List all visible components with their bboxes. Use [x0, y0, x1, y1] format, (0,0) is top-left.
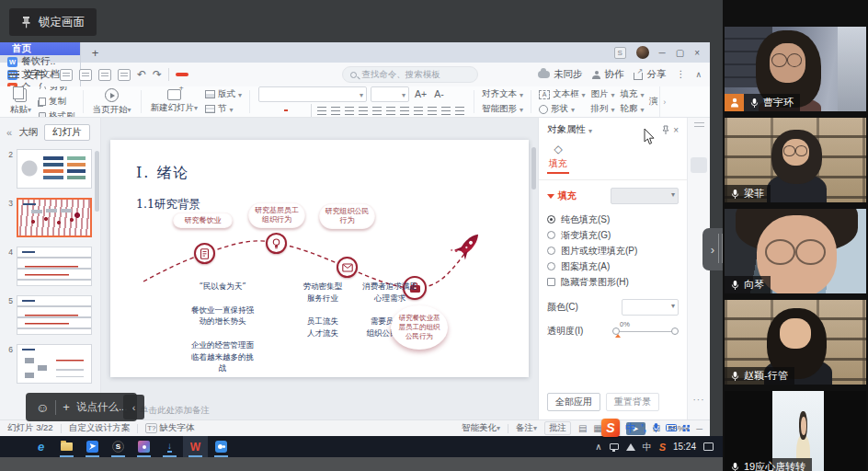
canvas-scrollbar[interactable] [531, 147, 536, 190]
align-right-icon[interactable] [426, 106, 438, 116]
docs-app-icon[interactable] [80, 436, 105, 457]
number-list-icon[interactable] [343, 106, 355, 116]
new-tab-button[interactable]: + [81, 42, 110, 63]
cut-button[interactable]: 剪切 [39, 86, 75, 93]
font-size-select[interactable] [371, 86, 409, 102]
file-menu-button[interactable]: 文件 [8, 68, 53, 82]
textbox-button[interactable]: A文本框 [539, 88, 586, 100]
notes-button[interactable]: 备注 [516, 422, 537, 434]
section-collapse-icon[interactable] [547, 194, 554, 199]
picture-button[interactable]: 图片 [591, 88, 615, 100]
slider-handle[interactable] [671, 327, 679, 335]
sogou-browser-icon[interactable]: S [106, 436, 131, 457]
notification-center-icon[interactable] [703, 442, 714, 451]
menu-item[interactable] [205, 73, 218, 76]
document-tab[interactable]: 首页 [0, 42, 81, 55]
export-icon[interactable] [79, 69, 92, 81]
pin-panel-icon[interactable] [661, 125, 670, 135]
shape-button[interactable]: 形状 [539, 103, 586, 115]
save-icon[interactable] [60, 69, 73, 81]
menu-item[interactable] [234, 73, 247, 76]
font-color-button[interactable] [284, 109, 288, 111]
grow-font-button[interactable]: A+ [413, 89, 428, 99]
chat-collapse-button[interactable]: ‹ [123, 395, 144, 419]
color-select[interactable] [622, 299, 679, 316]
divider-grip[interactable] [718, 234, 723, 263]
collapse-panel-icon[interactable]: « [6, 127, 12, 138]
clear-format-icon[interactable] [315, 106, 327, 116]
line-spacing-icon[interactable] [384, 106, 396, 116]
panel-scrollbar[interactable] [95, 151, 99, 212]
menu-item[interactable] [279, 73, 291, 76]
conclusion-bubble[interactable]: 研究餐饮业基 层员工的组织 公民行为 [391, 305, 448, 350]
transparency-slider[interactable]: 0% [612, 325, 679, 338]
smart-art-button[interactable]: 智能图形 [482, 103, 523, 115]
emoji-icon[interactable]: ☺ [36, 401, 49, 414]
italic-button[interactable] [265, 109, 268, 111]
collapse-ribbon-icon[interactable]: ∧ [695, 71, 702, 79]
赵颖-行管[interactable]: 赵颖-行管 [725, 300, 866, 385]
chevron-down-icon[interactable] [588, 124, 592, 135]
tray-monitor-icon[interactable] [610, 443, 619, 450]
menu-item[interactable] [323, 73, 336, 76]
fill-option[interactable]: 图片或纹理填充(P) [547, 243, 679, 258]
effects-icon[interactable] [691, 180, 707, 196]
copy-button[interactable]: 复制 [39, 96, 75, 108]
photos-icon[interactable] [131, 436, 156, 457]
close-panel-icon[interactable]: × [673, 125, 679, 135]
topic-pill[interactable]: 研究餐饮业 [173, 213, 233, 228]
input-lang-icon[interactable]: 中 [625, 423, 635, 433]
sync-status-button[interactable]: 未同步 [538, 68, 583, 81]
paste-button[interactable]: 粘贴 [6, 86, 36, 117]
superscript-button[interactable] [291, 109, 294, 111]
design-scheme-button[interactable]: 自定义设计方案 [69, 422, 131, 434]
start-button[interactable] [3, 436, 28, 457]
menu-item[interactable] [308, 73, 321, 76]
apply-all-button[interactable]: 全部应用 [547, 393, 600, 411]
collaborate-button[interactable]: 协作 [592, 68, 623, 81]
slide-thumbnail[interactable]: 2 [3, 149, 92, 189]
align-center-icon[interactable] [412, 106, 424, 116]
tray-chevron-icon[interactable]: ∧ [595, 442, 601, 452]
decrease-indent-icon[interactable] [357, 106, 369, 116]
smart-beautify-button[interactable]: 智能美化 [462, 422, 500, 434]
increase-indent-icon[interactable] [371, 106, 383, 116]
texture-select[interactable] [611, 188, 679, 204]
explorer-icon[interactable] [54, 436, 79, 457]
slide-canvas-area[interactable]: I. 绪论 1.1研究背景 [101, 118, 538, 419]
format-painter-button[interactable]: 格式刷 [39, 110, 75, 118]
fill-option[interactable]: 图案填充(A) [547, 258, 679, 274]
tab-outline[interactable]: 大纲 [18, 126, 38, 139]
zoom-out-icon[interactable]: ─ [696, 423, 702, 433]
fill-option[interactable]: 渐变填充(G) [547, 227, 679, 243]
向琴[interactable]: 向琴 [725, 209, 866, 293]
menu-item[interactable] [190, 73, 203, 76]
font-family-select[interactable] [258, 86, 367, 102]
columns-icon[interactable] [453, 106, 465, 116]
notes-placeholder[interactable]: 单击此处添加备注 [140, 405, 210, 417]
tab-slides[interactable]: 幻灯片 [44, 124, 90, 141]
soft-keyboard-icon[interactable] [666, 424, 677, 431]
sogou-logo-icon[interactable]: S [601, 419, 620, 437]
layout-button[interactable]: 版式 [205, 88, 242, 100]
梁菲[interactable]: 梁菲 [725, 118, 866, 202]
tray-clock[interactable]: 15:24 [673, 442, 696, 452]
menu-item[interactable] [249, 73, 262, 76]
menu-item[interactable] [220, 73, 233, 76]
menu-item[interactable] [293, 73, 306, 76]
topic-pill[interactable]: 研究基层员工 组织行为 [248, 202, 305, 228]
strikethrough-button[interactable] [278, 109, 281, 111]
skin-badge-icon[interactable]: S [614, 47, 626, 59]
tray-lang-icon[interactable]: 中 [643, 441, 652, 454]
ribbon-scroll-icon[interactable]: › [659, 86, 668, 117]
align-left-icon[interactable] [398, 106, 410, 116]
fill-option[interactable]: 纯色填充(S) [547, 212, 679, 227]
toolbox-icon[interactable] [682, 424, 691, 432]
preview-icon[interactable] [118, 69, 131, 81]
meeting-app-icon[interactable] [209, 436, 234, 457]
bullet-list-icon[interactable] [329, 106, 341, 116]
outline-button[interactable]: 轮廓 [621, 103, 645, 115]
account-avatar[interactable] [636, 46, 649, 59]
more-menu-icon[interactable]: ⋮ [676, 70, 685, 79]
close-window-button[interactable]: × [694, 48, 700, 58]
